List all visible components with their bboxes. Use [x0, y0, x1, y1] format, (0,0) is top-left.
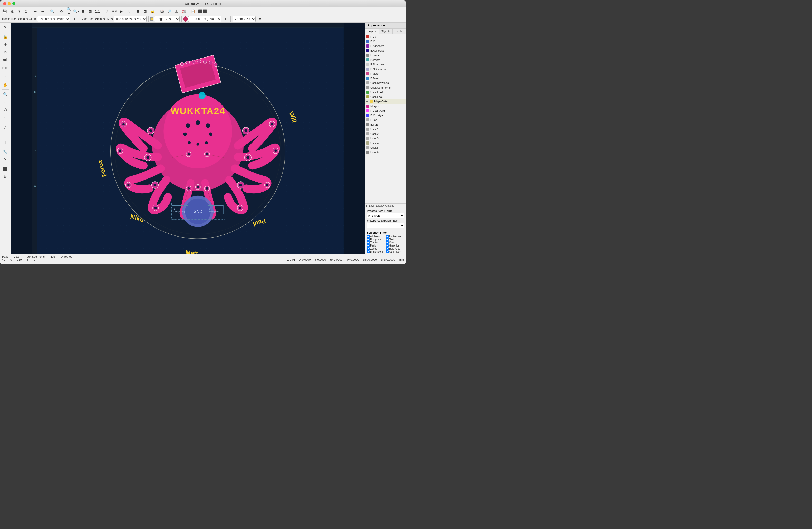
layer-fcourtyard[interactable]: F.Courtyard	[365, 109, 406, 113]
lock-button[interactable]: 🔒	[149, 8, 156, 14]
sel-tracks-checkbox[interactable]	[367, 241, 369, 244]
grid-button[interactable]: ⊞	[135, 8, 141, 14]
redo-button[interactable]: ↪	[39, 8, 46, 14]
layer-bcourtyard[interactable]: B.Courtyard	[365, 113, 406, 118]
layer-user1[interactable]: User.1	[365, 127, 406, 131]
pad-tool[interactable]: ⬡	[2, 106, 9, 113]
layer-user2[interactable]: User.2	[365, 131, 406, 136]
add-line-tool[interactable]: ╱	[2, 123, 9, 130]
layer-user6[interactable]: User.6	[365, 150, 406, 155]
mil-tool[interactable]: mil	[2, 56, 9, 63]
sel-rule-areas[interactable]: Rule Area	[386, 247, 404, 250]
layer-user5[interactable]: User.5	[365, 145, 406, 150]
layer-fsilkscreen[interactable]: F.Silkscreen	[365, 62, 406, 67]
search-button[interactable]: 🔍	[49, 8, 55, 14]
layer-bsilkscreen[interactable]: B.Silkscreen	[365, 67, 406, 71]
layer-ffab[interactable]: F.Fab	[365, 118, 406, 122]
save-button[interactable]: 💾	[1, 8, 8, 14]
tab-layers[interactable]: Layers	[365, 29, 379, 34]
layer-select[interactable]: Edge.Cuts F.Cu B.Cu	[154, 16, 180, 22]
refresh-button[interactable]: ⟳	[58, 8, 65, 14]
zoom-in-button[interactable]: 🔍+	[66, 8, 72, 14]
sel-pads[interactable]: Pads	[367, 244, 386, 247]
route4-button[interactable]: △	[125, 8, 132, 14]
schematic-button[interactable]: 📋	[190, 8, 196, 14]
close-button[interactable]	[3, 2, 6, 5]
track-add-button[interactable]: +	[71, 16, 78, 22]
print-button[interactable]: 🖨	[15, 8, 22, 14]
3d-button[interactable]: 🎲	[159, 8, 165, 14]
pan-tool[interactable]: ✋	[2, 81, 9, 88]
layer-eco1[interactable]: User.Eco1	[365, 90, 406, 95]
sel-other[interactable]: Other item	[386, 251, 404, 253]
track-width-select[interactable]: use netclass width	[37, 16, 70, 22]
presets-dropdown[interactable]: All Layers	[367, 213, 404, 218]
zoom-fit-button[interactable]: ⊞	[80, 8, 86, 14]
sel-graphics-checkbox[interactable]	[386, 244, 389, 247]
zoom-apply[interactable]: ▼	[257, 16, 263, 22]
inspect-button[interactable]: 🔎	[166, 8, 172, 14]
sel-all-items[interactable]: All items	[367, 235, 386, 238]
print2-button[interactable]: 🗒	[23, 8, 29, 14]
sel-vias[interactable]: Vias	[386, 241, 404, 244]
zoom-out-button[interactable]: 🔍-	[73, 8, 79, 14]
layer-bfab[interactable]: B.Fab	[365, 122, 406, 127]
line-width-select[interactable]: 0.1000 mm (3.94 mils)	[188, 16, 221, 22]
sel-vias-checkbox[interactable]	[386, 241, 389, 244]
sel-locked-checkbox[interactable]	[386, 235, 389, 238]
drc-button[interactable]: ⚠	[173, 8, 180, 14]
custom-tool[interactable]: 🔧	[2, 148, 9, 155]
layer-fadhesive[interactable]: F.Adhesive	[365, 44, 406, 48]
sel-locked[interactable]: Locked ite	[386, 235, 404, 238]
layer-bpaste[interactable]: B.Paste	[365, 58, 406, 62]
layer-user3[interactable]: User.3	[365, 136, 406, 141]
tab-objects[interactable]: Objects	[379, 29, 392, 34]
sel-footprints-checkbox[interactable]	[367, 238, 369, 241]
sel-all-checkbox[interactable]	[367, 235, 369, 238]
settings-tool[interactable]: ⚙	[2, 173, 9, 180]
layer-userdrawings[interactable]: User.Drawings	[365, 81, 406, 85]
layer-badhesive[interactable]: B.Adhesive	[365, 48, 406, 53]
route3-button[interactable]: ▶	[118, 8, 125, 14]
delete-tool[interactable]: ✕	[2, 156, 9, 163]
layers-button[interactable]: ⬛⬛	[199, 8, 206, 14]
sel-dimensions[interactable]: Dimensions	[367, 251, 386, 253]
sel-tracks[interactable]: Tracks	[367, 241, 386, 244]
layer-user4[interactable]: User.4	[365, 141, 406, 145]
layer-edgecuts[interactable]: ▶ Edge.Cuts	[365, 99, 406, 104]
layer-margin[interactable]: Margin	[365, 104, 406, 109]
layer-display-options-link[interactable]: ▶ Layer Display Options	[365, 203, 406, 208]
layer-bcu[interactable]: B.Cu	[365, 39, 406, 44]
sel-zones[interactable]: Zones	[367, 247, 386, 250]
select-tool[interactable]: ↖	[2, 24, 9, 31]
add-text-tool[interactable]: T	[2, 139, 9, 146]
mm-tool[interactable]: mm	[2, 64, 9, 71]
undo-button[interactable]: ↩	[32, 8, 39, 14]
sel-ruleareas-checkbox[interactable]	[386, 247, 389, 250]
tune-tool[interactable]: 〰	[2, 114, 9, 121]
layer-fmask[interactable]: F.Mask	[365, 71, 406, 76]
sel-graphics[interactable]: Graphics	[386, 244, 404, 247]
via-size-select[interactable]: use netclass sizes	[114, 16, 147, 22]
minimize-button[interactable]	[8, 2, 11, 5]
grid2-button[interactable]: ⊡	[142, 8, 149, 14]
layer-usercomments[interactable]: User.Comments	[365, 85, 406, 90]
zoom-area-button[interactable]: ⊡	[87, 8, 94, 14]
line-width-add[interactable]: +	[222, 16, 229, 22]
lock-tool[interactable]: 🔒	[2, 33, 9, 40]
zoom-select[interactable]: Zoom 2.20	[233, 16, 256, 22]
netlist-button[interactable]: 🔌	[8, 8, 15, 14]
layer-bmask[interactable]: B.Mask	[365, 76, 406, 81]
measure-tool[interactable]: in	[2, 48, 9, 56]
layer-tool[interactable]: ⬛	[2, 166, 9, 173]
canvas-area[interactable]: B C	[11, 23, 365, 254]
route2-button[interactable]: ↗↗	[111, 8, 118, 14]
sel-text-checkbox[interactable]	[386, 238, 389, 241]
route-button[interactable]: ↗	[104, 8, 110, 14]
sel-text[interactable]: Text	[386, 238, 404, 241]
viewports-dropdown[interactable]	[367, 223, 404, 228]
layer-eco2[interactable]: User.Eco2	[365, 95, 406, 99]
add-arc-tool[interactable]: ◜	[2, 131, 9, 138]
cursor-tool[interactable]: ↑	[2, 73, 9, 81]
sel-pads-checkbox[interactable]	[367, 244, 369, 247]
